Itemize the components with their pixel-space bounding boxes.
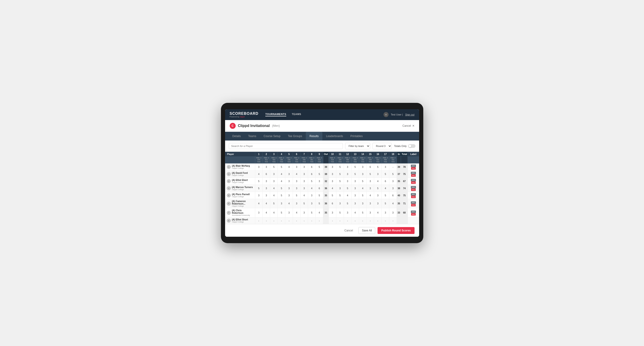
hole-9[interactable]: 6 xyxy=(316,185,323,192)
hole-9[interactable]: 4 xyxy=(316,208,323,217)
hole-10[interactable]: 5 xyxy=(328,192,336,199)
search-input[interactable] xyxy=(229,143,343,149)
hole-11[interactable]: 3 xyxy=(336,199,344,208)
tab-course-setup[interactable]: Course Setup xyxy=(260,132,284,141)
hole-18[interactable]: 3 xyxy=(389,208,397,217)
hole-3[interactable]: 4 xyxy=(270,208,278,217)
hole-10[interactable]: 3 xyxy=(328,164,336,171)
save-all-button[interactable]: Save All xyxy=(358,227,375,234)
hole-6[interactable]: 3 xyxy=(293,178,300,185)
hole-16[interactable]: 3 xyxy=(374,171,382,178)
totals-toggle-switch[interactable] xyxy=(408,144,416,148)
hole-7[interactable]: 3 xyxy=(300,208,308,217)
sign-out-link[interactable]: Sign out xyxy=(405,113,414,116)
hole-1[interactable]: 3 xyxy=(255,164,262,171)
hole-12[interactable]: 3 xyxy=(344,164,351,171)
hole-18[interactable]: 3 xyxy=(389,185,397,192)
cancel-button[interactable]: Cancel xyxy=(341,227,356,234)
hole-16[interactable]: 5 xyxy=(374,164,382,171)
hole-2[interactable]: - xyxy=(262,217,270,224)
hole-13[interactable]: 4 xyxy=(351,208,359,217)
hole-18[interactable]: 5 xyxy=(389,171,397,178)
hole-4[interactable]: 3 xyxy=(278,199,285,208)
hole-13[interactable]: 5 xyxy=(351,164,359,171)
hole-4[interactable]: 5 xyxy=(278,164,285,171)
hole-16[interactable]: 4 xyxy=(374,178,382,185)
hole-4[interactable]: 5 xyxy=(278,208,285,217)
hole-14[interactable]: 5 xyxy=(359,208,366,217)
hole-13[interactable]: 3 xyxy=(351,192,359,199)
hole-7[interactable]: 3 xyxy=(300,164,308,171)
hole-1[interactable]: 5 xyxy=(255,185,262,192)
hole-11[interactable]: 5 xyxy=(336,178,344,185)
hole-6[interactable]: - xyxy=(293,217,300,224)
tab-leaderboards[interactable]: Leaderboards xyxy=(322,132,347,141)
hole-15[interactable]: 3 xyxy=(366,199,374,208)
tab-printables[interactable]: Printables xyxy=(347,132,366,141)
hole-12[interactable]: 3 xyxy=(344,171,351,178)
hole-10[interactable]: 6 xyxy=(328,199,336,208)
hole-16[interactable]: - xyxy=(374,217,382,224)
dq-badge[interactable]: DQ xyxy=(411,213,416,216)
hole-14[interactable]: 3 xyxy=(359,199,366,208)
hole-4[interactable]: 4 xyxy=(278,171,285,178)
hole-9[interactable]: 5 xyxy=(316,164,323,171)
hole-14[interactable]: 3 xyxy=(359,164,366,171)
hole-12[interactable]: - xyxy=(344,217,351,224)
hole-3[interactable]: 4 xyxy=(270,192,278,199)
wd-badge[interactable]: WD xyxy=(411,210,416,213)
hole-17[interactable]: 4 xyxy=(382,185,389,192)
hole-5[interactable]: 3 xyxy=(285,208,293,217)
hole-17[interactable]: 5 xyxy=(382,192,389,199)
hole-2[interactable]: 3 xyxy=(262,164,270,171)
hole-15[interactable]: 6 xyxy=(366,164,374,171)
hole-8[interactable]: 5 xyxy=(308,178,316,185)
hole-9[interactable]: 3 xyxy=(316,178,323,185)
nav-tournaments[interactable]: TOURNAMENTS xyxy=(265,113,286,116)
hole-8[interactable]: 5 xyxy=(308,208,316,217)
hole-17[interactable]: 5 xyxy=(382,171,389,178)
hole-7[interactable]: 3 xyxy=(300,171,308,178)
hole-17[interactable]: 3 xyxy=(382,208,389,217)
hole-15[interactable]: 3 xyxy=(366,185,374,192)
hole-12[interactable]: 3 xyxy=(344,208,351,217)
hole-1[interactable]: 3 xyxy=(255,192,262,199)
hole-12[interactable]: 3 xyxy=(344,178,351,185)
hole-17[interactable]: - xyxy=(382,217,389,224)
wd-badge[interactable]: WD xyxy=(411,193,416,196)
hole-5[interactable]: 3 xyxy=(285,171,293,178)
hole-13[interactable]: - xyxy=(351,217,359,224)
hole-18[interactable]: 6 xyxy=(389,192,397,199)
hole-10[interactable]: 3 xyxy=(328,171,336,178)
hole-3[interactable]: - xyxy=(270,217,278,224)
tab-tee-groups[interactable]: Tee Groups xyxy=(284,132,306,141)
hole-5[interactable]: 4 xyxy=(285,164,293,171)
hole-1[interactable]: 4 xyxy=(255,171,262,178)
wd-badge[interactable]: WD xyxy=(411,179,416,181)
hole-16[interactable]: 4 xyxy=(374,208,382,217)
hole-7[interactable]: 3 xyxy=(300,185,308,192)
hole-7[interactable]: 5 xyxy=(300,199,308,208)
hole-16[interactable]: 5 xyxy=(374,185,382,192)
hole-14[interactable]: 5 xyxy=(359,192,366,199)
hole-6[interactable]: 3 xyxy=(293,199,300,208)
nav-teams[interactable]: TEAMS xyxy=(292,113,301,116)
hole-8[interactable]: 3 xyxy=(308,199,316,208)
cancel-tournament-button[interactable]: Cancel ✕ xyxy=(402,124,414,127)
hole-15[interactable]: 3 xyxy=(366,178,374,185)
dq-badge[interactable]: DQ xyxy=(411,204,416,206)
hole-3[interactable]: 5 xyxy=(270,164,278,171)
hole-6[interactable]: 4 xyxy=(293,208,300,217)
hole-13[interactable]: 3 xyxy=(351,199,359,208)
hole-15[interactable]: - xyxy=(366,217,374,224)
hole-10[interactable]: - xyxy=(328,217,336,224)
dq-badge[interactable]: DQ xyxy=(411,188,416,191)
hole-15[interactable]: 3 xyxy=(366,208,374,217)
hole-11[interactable]: 5 xyxy=(336,192,344,199)
hole-6[interactable]: 3 xyxy=(293,185,300,192)
hole-8[interactable]: 4 xyxy=(308,185,316,192)
hole-2[interactable]: 3 xyxy=(262,178,270,185)
hole-9[interactable]: 5 xyxy=(316,199,323,208)
hole-13[interactable]: 3 xyxy=(351,178,359,185)
hole-8[interactable]: 6 xyxy=(308,164,316,171)
